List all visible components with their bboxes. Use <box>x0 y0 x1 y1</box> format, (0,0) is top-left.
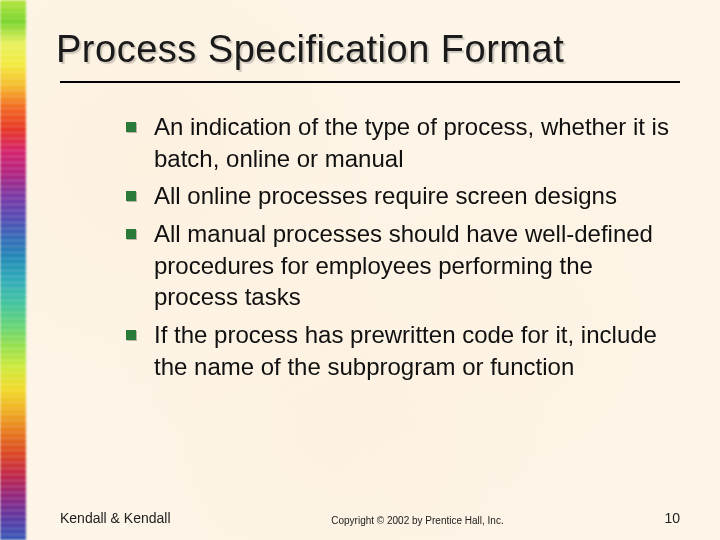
slide-title: Process Specification Format <box>56 28 680 71</box>
footer-author: Kendall & Kendall <box>60 510 171 526</box>
list-item: An indication of the type of process, wh… <box>126 111 680 174</box>
bullet-list: An indication of the type of process, wh… <box>60 111 680 382</box>
footer-copyright: Copyright © 2002 by Prentice Hall, Inc. <box>171 515 665 526</box>
list-item-text: All online processes require screen desi… <box>154 180 617 212</box>
list-item-text: All manual processes should have well-de… <box>154 218 680 313</box>
bullet-icon <box>126 330 136 340</box>
list-item-text: An indication of the type of process, wh… <box>154 111 680 174</box>
title-underline <box>60 81 680 83</box>
slide-footer: Kendall & Kendall Copyright © 2002 by Pr… <box>60 510 680 526</box>
bullet-icon <box>126 191 136 201</box>
list-item: All online processes require screen desi… <box>126 180 680 212</box>
bullet-icon <box>126 122 136 132</box>
list-item: All manual processes should have well-de… <box>126 218 680 313</box>
slide-container: Process Specification Format An indicati… <box>0 0 720 540</box>
footer-page-number: 10 <box>664 510 680 526</box>
list-item: If the process has prewritten code for i… <box>126 319 680 382</box>
list-item-text: If the process has prewritten code for i… <box>154 319 680 382</box>
bullet-icon <box>126 229 136 239</box>
